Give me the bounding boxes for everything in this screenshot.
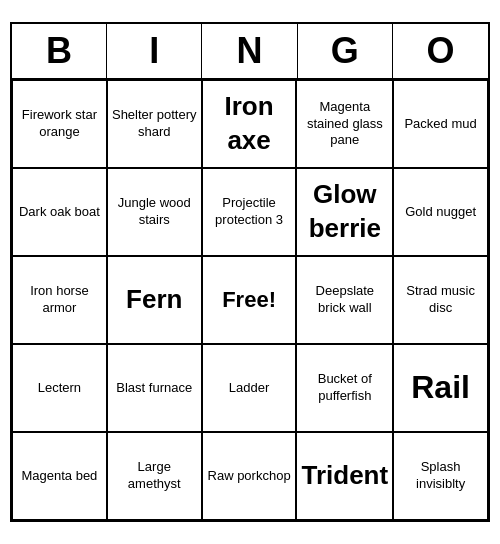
bingo-cell-2: Iron axe <box>202 80 297 168</box>
header-letter-n: N <box>202 24 297 78</box>
bingo-cell-11: Fern <box>107 256 202 344</box>
bingo-cell-21: Large amethyst <box>107 432 202 520</box>
bingo-cell-4: Packed mud <box>393 80 488 168</box>
bingo-cell-7: Projectile protection 3 <box>202 168 297 256</box>
bingo-cell-22: Raw porkchop <box>202 432 297 520</box>
bingo-cell-23: Trident <box>296 432 393 520</box>
bingo-cell-13: Deepslate brick wall <box>296 256 393 344</box>
bingo-cell-5: Dark oak boat <box>12 168 107 256</box>
bingo-header: BINGO <box>12 24 488 80</box>
bingo-cell-20: Magenta bed <box>12 432 107 520</box>
bingo-cell-9: Gold nugget <box>393 168 488 256</box>
bingo-cell-19: Rail <box>393 344 488 432</box>
bingo-cell-8: Glow berrie <box>296 168 393 256</box>
bingo-cell-10: Iron horse armor <box>12 256 107 344</box>
bingo-cell-1: Shelter pottery shard <box>107 80 202 168</box>
bingo-cell-0: Firework star orange <box>12 80 107 168</box>
header-letter-b: B <box>12 24 107 78</box>
bingo-card: BINGO Firework star orangeShelter potter… <box>10 22 490 522</box>
bingo-cell-17: Ladder <box>202 344 297 432</box>
header-letter-i: I <box>107 24 202 78</box>
bingo-cell-14: Strad music disc <box>393 256 488 344</box>
bingo-cell-18: Bucket of pufferfish <box>296 344 393 432</box>
bingo-cell-3: Magenta stained glass pane <box>296 80 393 168</box>
bingo-cell-24: Splash invisiblty <box>393 432 488 520</box>
bingo-cell-6: Jungle wood stairs <box>107 168 202 256</box>
bingo-cell-16: Blast furnace <box>107 344 202 432</box>
bingo-grid: Firework star orangeShelter pottery shar… <box>12 80 488 520</box>
header-letter-g: G <box>298 24 393 78</box>
header-letter-o: O <box>393 24 488 78</box>
bingo-cell-15: Lectern <box>12 344 107 432</box>
bingo-cell-12: Free! <box>202 256 297 344</box>
